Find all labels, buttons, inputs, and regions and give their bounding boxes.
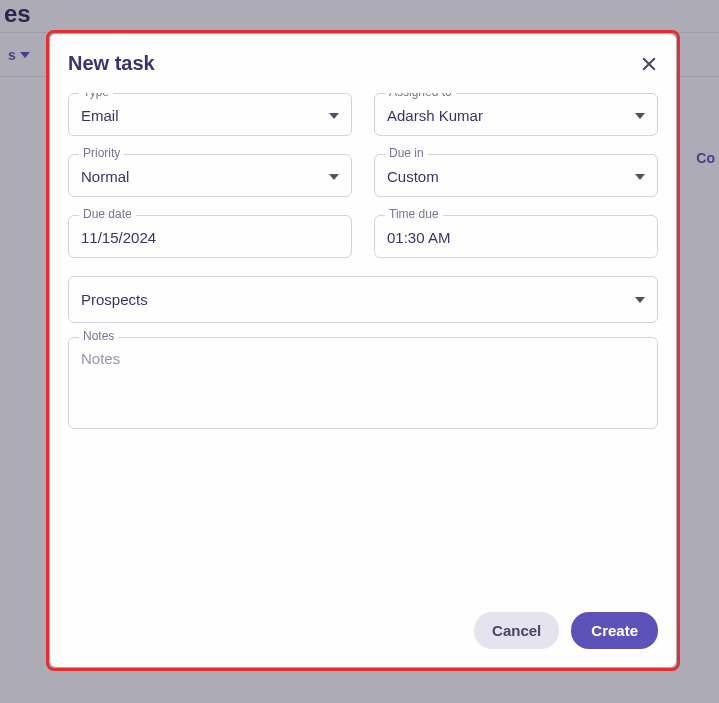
type-value: Email bbox=[81, 107, 119, 124]
create-button[interactable]: Create bbox=[571, 612, 658, 649]
modal-title: New task bbox=[68, 52, 155, 75]
new-task-modal: New task Type Email Assigned to bbox=[50, 34, 676, 667]
due-in-select[interactable]: Due in Custom bbox=[374, 154, 658, 197]
priority-select[interactable]: Priority Normal bbox=[68, 154, 352, 197]
due-date-label: Due date bbox=[79, 207, 136, 221]
modal-highlight-border: New task Type Email Assigned to bbox=[46, 30, 680, 671]
modal-header: New task bbox=[68, 52, 658, 75]
type-label: Type bbox=[79, 93, 113, 99]
due-in-label: Due in bbox=[385, 146, 428, 160]
caret-down-icon bbox=[329, 174, 339, 180]
notes-label: Notes bbox=[79, 329, 118, 343]
caret-down-icon bbox=[329, 113, 339, 119]
priority-value: Normal bbox=[81, 168, 129, 185]
due-date-field[interactable] bbox=[81, 229, 339, 246]
modal-footer: Cancel Create bbox=[68, 602, 658, 649]
prospects-value: Prospects bbox=[81, 291, 148, 308]
caret-down-icon bbox=[635, 297, 645, 303]
close-icon[interactable] bbox=[640, 55, 658, 73]
time-due-label: Time due bbox=[385, 207, 443, 221]
time-due-input[interactable]: Time due bbox=[374, 215, 658, 258]
modal-body: Type Email Assigned to Adarsh Kumar bbox=[68, 93, 658, 602]
caret-down-icon bbox=[635, 174, 645, 180]
priority-label: Priority bbox=[79, 146, 124, 160]
cancel-button[interactable]: Cancel bbox=[474, 612, 559, 649]
assigned-to-value: Adarsh Kumar bbox=[387, 107, 483, 124]
due-date-input[interactable]: Due date bbox=[68, 215, 352, 258]
assigned-to-select[interactable]: Assigned to Adarsh Kumar bbox=[374, 93, 658, 136]
assigned-to-label: Assigned to bbox=[385, 93, 456, 99]
type-select[interactable]: Type Email bbox=[68, 93, 352, 136]
prospects-select[interactable]: Prospects bbox=[68, 276, 658, 323]
due-in-value: Custom bbox=[387, 168, 439, 185]
notes-field-wrap: Notes bbox=[68, 337, 658, 429]
notes-textarea[interactable] bbox=[81, 350, 645, 416]
caret-down-icon bbox=[635, 113, 645, 119]
time-due-field[interactable] bbox=[387, 229, 645, 246]
